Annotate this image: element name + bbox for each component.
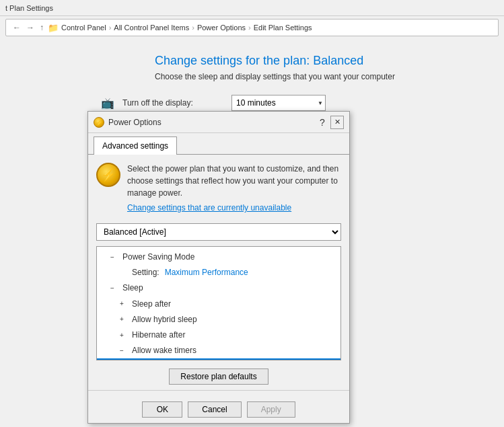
expand-icon-hybrid-sleep: +: [120, 314, 129, 325]
dialog-info: ⚡ Select the power plan that you want to…: [88, 155, 349, 221]
expand-icon-power-saving: −: [110, 252, 120, 263]
tree-label-ps-setting: Setting:: [132, 266, 159, 279]
tree-label-wake: Allow wake timers: [132, 344, 196, 357]
settings-tree: − Power Saving Mode Setting: Maximum Per…: [97, 247, 340, 360]
info-power-icon: ⚡: [96, 163, 120, 187]
dialog-info-content: Select the power plan that you want to c…: [127, 163, 341, 212]
tree-item-wake-timers[interactable]: − Allow wake timers: [97, 343, 340, 358]
dialog-overlay: Power Options ? ✕ Advanced settings ⚡ Se…: [0, 0, 504, 427]
ok-button[interactable]: OK: [142, 401, 182, 418]
expand-icon-sleep-after: +: [120, 299, 129, 309]
tree-item-hybrid-sleep[interactable]: + Allow hybrid sleep: [97, 312, 340, 327]
dialog-body: ⚡ Select the power plan that you want to…: [88, 155, 349, 423]
tree-label-hibernate: Hibernate after: [132, 329, 185, 342]
power-options-icon: [94, 117, 104, 128]
expand-icon-hibernate: +: [120, 330, 129, 341]
tree-item-sleep-after[interactable]: + Sleep after: [97, 297, 340, 312]
info-link[interactable]: Change settings that are currently unava…: [127, 203, 291, 212]
dialog-controls: ? ✕: [316, 116, 344, 129]
tree-value-ps-setting: Maximum Performance: [165, 266, 248, 279]
help-button[interactable]: ?: [316, 116, 329, 129]
info-text: Select the power plan that you want to c…: [127, 163, 341, 199]
close-button[interactable]: ✕: [330, 116, 344, 129]
tree-item-power-saving-mode[interactable]: − Power Saving Mode: [97, 249, 340, 265]
settings-tree-container[interactable]: − Power Saving Mode Setting: Maximum Per…: [96, 246, 341, 360]
tree-item-power-saving-setting: Setting: Maximum Performance: [97, 265, 340, 280]
expand-icon-sleep: −: [110, 283, 120, 294]
tab-advanced-settings[interactable]: Advanced settings: [94, 137, 177, 155]
tree-label-sleep: Sleep: [122, 282, 143, 295]
tree-item-wake-setting[interactable]: Setting: Enable Disable Important Wake T…: [97, 358, 340, 360]
dialog-title-left: Power Options: [94, 117, 161, 128]
plan-selector: Balanced [Active] High performance Power…: [96, 223, 341, 241]
dialog-separator: [88, 390, 349, 391]
cancel-button[interactable]: Cancel: [188, 401, 241, 418]
tree-label-power-saving: Power Saving Mode: [122, 251, 194, 264]
tree-item-hibernate[interactable]: + Hibernate after: [97, 327, 340, 343]
tree-label-hybrid-sleep: Allow hybrid sleep: [132, 313, 197, 326]
plan-dropdown-wrapper: Balanced [Active] High performance Power…: [96, 223, 341, 241]
restore-btn-container: Restore plan defaults: [88, 366, 349, 390]
dialog-title-text: Power Options: [108, 118, 161, 127]
tree-label-sleep-after: Sleep after: [132, 298, 171, 311]
dialog-footer: OK Cancel Apply: [88, 396, 349, 423]
plan-dropdown[interactable]: Balanced [Active] High performance Power…: [96, 223, 341, 241]
power-options-dialog: Power Options ? ✕ Advanced settings ⚡ Se…: [87, 111, 350, 424]
dialog-titlebar: Power Options ? ✕: [88, 112, 349, 133]
restore-plan-defaults-button[interactable]: Restore plan defaults: [169, 368, 268, 385]
expand-icon-wake: −: [120, 346, 129, 356]
tab-bar: Advanced settings: [88, 133, 349, 155]
wake-setting-dropdown[interactable]: Enable Disable Important Wake Timers Onl…: [165, 360, 279, 360]
tree-item-sleep[interactable]: − Sleep: [97, 280, 340, 296]
apply-button[interactable]: Apply: [247, 401, 295, 418]
